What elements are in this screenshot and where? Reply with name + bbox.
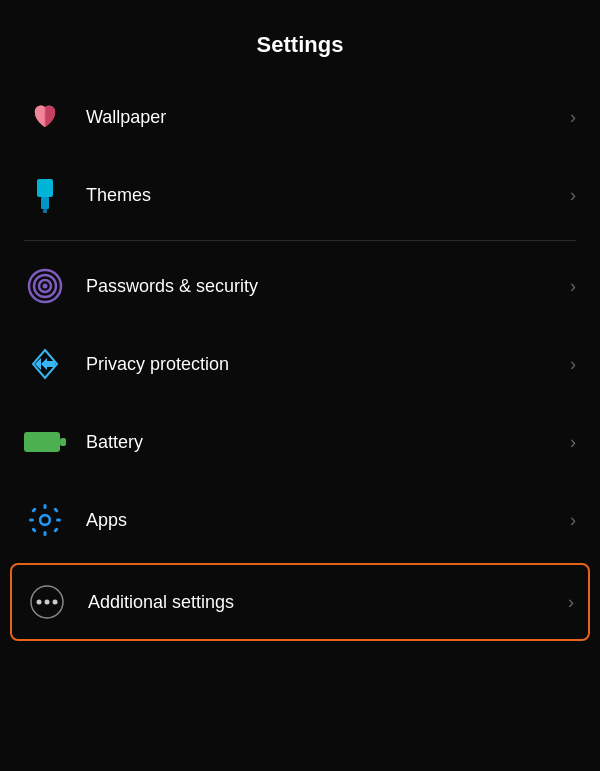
svg-rect-13 bbox=[60, 438, 66, 446]
themes-label: Themes bbox=[86, 185, 562, 206]
additional-label: Additional settings bbox=[88, 592, 560, 613]
svg-rect-19 bbox=[56, 519, 61, 522]
settings-list: Wallpaper › Themes › Passwords bbox=[0, 78, 600, 641]
wallpaper-icon bbox=[24, 96, 66, 138]
settings-item-privacy[interactable]: Privacy protection › bbox=[0, 325, 600, 403]
battery-icon bbox=[24, 421, 66, 463]
svg-rect-4 bbox=[43, 209, 47, 213]
settings-item-passwords[interactable]: Passwords & security › bbox=[0, 247, 600, 325]
apps-label: Apps bbox=[86, 510, 562, 531]
svg-rect-21 bbox=[53, 507, 59, 513]
apps-chevron: › bbox=[570, 510, 576, 531]
svg-point-15 bbox=[42, 517, 49, 524]
svg-rect-16 bbox=[44, 504, 47, 509]
svg-point-26 bbox=[45, 600, 50, 605]
settings-item-additional[interactable]: Additional settings › bbox=[10, 563, 590, 641]
settings-item-themes[interactable]: Themes › bbox=[0, 156, 600, 234]
privacy-label: Privacy protection bbox=[86, 354, 562, 375]
svg-rect-17 bbox=[44, 531, 47, 536]
settings-item-wallpaper[interactable]: Wallpaper › bbox=[0, 78, 600, 156]
apps-icon bbox=[24, 499, 66, 541]
additional-icon bbox=[26, 581, 68, 623]
passwords-chevron: › bbox=[570, 276, 576, 297]
svg-rect-18 bbox=[29, 519, 34, 522]
settings-item-battery[interactable]: Battery › bbox=[0, 403, 600, 481]
privacy-chevron: › bbox=[570, 354, 576, 375]
additional-chevron: › bbox=[568, 592, 574, 613]
svg-point-8 bbox=[43, 284, 48, 289]
privacy-icon bbox=[24, 343, 66, 385]
battery-chevron: › bbox=[570, 432, 576, 453]
svg-rect-20 bbox=[31, 507, 37, 513]
svg-rect-23 bbox=[53, 527, 59, 533]
divider-1 bbox=[24, 240, 576, 241]
passwords-label: Passwords & security bbox=[86, 276, 562, 297]
wallpaper-chevron: › bbox=[570, 107, 576, 128]
svg-point-27 bbox=[53, 600, 58, 605]
themes-icon bbox=[24, 174, 66, 216]
themes-chevron: › bbox=[570, 185, 576, 206]
passwords-icon bbox=[24, 265, 66, 307]
battery-label: Battery bbox=[86, 432, 562, 453]
svg-rect-3 bbox=[41, 197, 49, 209]
svg-rect-12 bbox=[24, 432, 60, 452]
svg-rect-22 bbox=[31, 527, 37, 533]
svg-point-25 bbox=[37, 600, 42, 605]
page-title: Settings bbox=[0, 0, 600, 78]
svg-rect-2 bbox=[37, 179, 53, 197]
settings-item-apps[interactable]: Apps › bbox=[0, 481, 600, 559]
wallpaper-label: Wallpaper bbox=[86, 107, 562, 128]
